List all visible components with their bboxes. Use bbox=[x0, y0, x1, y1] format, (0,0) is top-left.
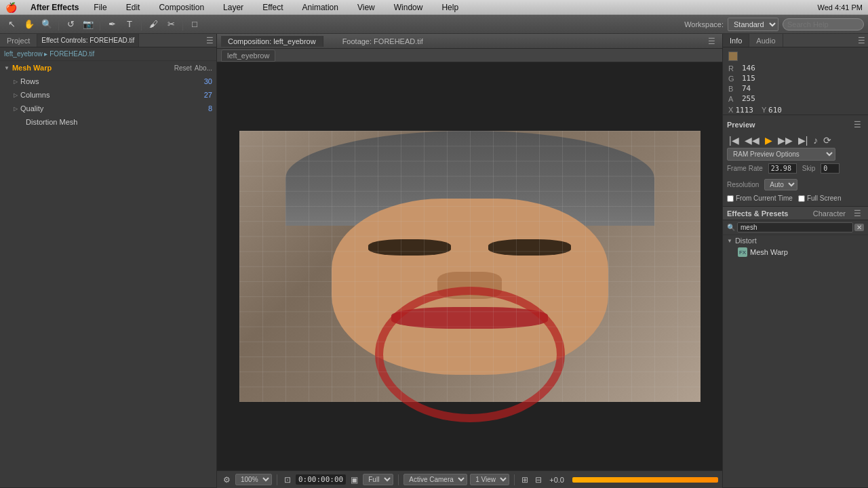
effects-search-input[interactable] bbox=[737, 222, 853, 232]
toolbar: ↖ ✋ 🔍 ↺ 📷 ✒ T 🖌 ✂ □ Workspace: Standard bbox=[0, 15, 868, 34]
menu-effect[interactable]: Effect bbox=[258, 1, 287, 14]
text-tool[interactable]: T bbox=[122, 18, 137, 31]
a-value: 255 bbox=[742, 94, 755, 103]
effect-distortion-mesh[interactable]: Distortion Mesh bbox=[0, 115, 216, 129]
controls-separator-3 bbox=[514, 474, 515, 485]
effects-category-distort[interactable]: ▼ Distort bbox=[723, 235, 868, 246]
rotate-tool[interactable]: ↺ bbox=[63, 18, 78, 31]
columns-value[interactable]: 27 bbox=[204, 91, 212, 99]
frame-rate-label: Frame Rate bbox=[727, 165, 763, 172]
character-tab[interactable]: Character bbox=[813, 209, 846, 218]
resolution-label: Resolution bbox=[727, 181, 759, 188]
full-screen-checkbox[interactable] bbox=[798, 195, 805, 202]
camera-tool[interactable]: 📷 bbox=[81, 18, 96, 31]
view-select[interactable]: 1 View bbox=[470, 474, 509, 485]
clear-search-button[interactable]: ✕ bbox=[854, 224, 864, 231]
menu-file[interactable]: File bbox=[90, 1, 111, 14]
columns-label: Columns bbox=[20, 91, 204, 99]
quality-label: Quality bbox=[20, 104, 208, 113]
play-button[interactable]: ▶ bbox=[763, 134, 774, 146]
menu-window[interactable]: Window bbox=[390, 1, 427, 14]
comp-name-tab[interactable]: left_eyebrow bbox=[221, 49, 275, 62]
apple-logo[interactable]: 🍎 bbox=[5, 2, 17, 13]
toolbar-separator-2 bbox=[100, 18, 100, 30]
step-back-button[interactable]: ◀◀ bbox=[743, 134, 762, 146]
ram-preview-options-select[interactable]: RAM Preview Options bbox=[727, 148, 835, 161]
quality-select[interactable]: Full bbox=[363, 474, 393, 485]
tab-audio[interactable]: Audio bbox=[749, 34, 783, 47]
effects-search-row: 🔍 ✕ bbox=[723, 220, 868, 235]
mesh-warp-icon: FX bbox=[738, 247, 747, 257]
workspace-select[interactable]: Standard bbox=[728, 18, 778, 31]
preview-options: Frame Rate Skip Resolution Auto bbox=[723, 162, 868, 192]
audio-toggle[interactable]: ♪ bbox=[811, 134, 820, 146]
effect-path: left_eyebrow ▸ FOREHEAD.tif bbox=[0, 47, 216, 61]
resolution-select[interactable]: Auto bbox=[764, 179, 797, 190]
effect-mesh-warp[interactable]: ▼ Mesh Warp Reset Abo... bbox=[0, 61, 216, 75]
distort-label: Distort bbox=[735, 237, 757, 245]
g-label: G bbox=[728, 75, 736, 83]
effect-name: Mesh Warp bbox=[12, 64, 174, 72]
search-help-input[interactable] bbox=[783, 18, 864, 30]
toolbar-separator-3 bbox=[141, 18, 142, 30]
g-value: 115 bbox=[742, 74, 755, 83]
menu-edit[interactable]: Edit bbox=[122, 1, 144, 14]
loop-toggle[interactable]: ⟳ bbox=[821, 134, 833, 146]
effects-menu-button[interactable]: ☰ bbox=[851, 208, 864, 219]
tab-composition[interactable]: Composition: left_eyebrow bbox=[221, 36, 323, 47]
effect-about-button[interactable]: Abo... bbox=[195, 64, 212, 72]
hand-tool[interactable]: ✋ bbox=[22, 18, 37, 31]
x-label: X bbox=[728, 106, 735, 114]
safe-margins[interactable]: ⊟ bbox=[533, 474, 544, 485]
menu-layer[interactable]: Layer bbox=[219, 1, 248, 14]
brush-tool[interactable]: 🖌 bbox=[146, 18, 161, 31]
camera-select[interactable]: Active Camera bbox=[403, 474, 467, 485]
region-of-interest-button[interactable]: ⊡ bbox=[282, 474, 293, 485]
clone-tool[interactable]: ✂ bbox=[163, 18, 178, 31]
tab-project[interactable]: Project bbox=[0, 34, 37, 47]
go-to-end-button[interactable]: ▶| bbox=[796, 134, 810, 146]
effect-columns[interactable]: ▷ Columns 27 bbox=[0, 88, 216, 102]
zoom-tool[interactable]: 🔍 bbox=[39, 18, 54, 31]
step-forward-button[interactable]: ▶▶ bbox=[776, 134, 795, 146]
info-panel-menu[interactable]: ☰ bbox=[855, 34, 868, 47]
frame-rate-input[interactable] bbox=[768, 163, 797, 174]
full-screen-label: Full Screen bbox=[807, 195, 842, 202]
effect-quality[interactable]: ▷ Quality 8 bbox=[0, 102, 216, 115]
effect-reset-button[interactable]: Reset bbox=[174, 64, 192, 72]
panel-menu-button[interactable]: ☰ bbox=[203, 34, 216, 47]
collapse-triangle: ▼ bbox=[4, 65, 9, 71]
grid-toggle[interactable]: ⊞ bbox=[519, 474, 530, 485]
go-to-start-button[interactable]: |◀ bbox=[727, 134, 741, 146]
menu-composition[interactable]: Composition bbox=[155, 1, 208, 14]
effects-presets-panel: Effects & Presets Character ☰ 🔍 ✕ ▼ Dist… bbox=[723, 207, 868, 488]
rows-value[interactable]: 30 bbox=[204, 77, 212, 85]
composition-viewer[interactable] bbox=[217, 62, 722, 470]
viewer-menu-button[interactable]: ☰ bbox=[705, 36, 718, 47]
controls-separator bbox=[277, 474, 277, 485]
menu-view[interactable]: View bbox=[353, 1, 379, 14]
effect-rows[interactable]: ▷ Rows 30 bbox=[0, 75, 216, 88]
from-current-time-checkbox[interactable] bbox=[727, 195, 734, 202]
app-name: After Effects bbox=[31, 3, 79, 12]
zoom-select[interactable]: 100% bbox=[235, 474, 272, 485]
viewer-controls: ⚙ 100% ⊡ 0:00:00:00 ▣ Full Active Camera… bbox=[217, 470, 722, 488]
select-tool[interactable]: ↖ bbox=[4, 18, 19, 31]
preview-menu-button[interactable]: ☰ bbox=[851, 119, 864, 130]
menu-animation[interactable]: Animation bbox=[298, 1, 342, 14]
tab-info[interactable]: Info bbox=[723, 34, 749, 47]
tab-effect-controls[interactable]: Effect Controls: FOREHEAD.tif bbox=[37, 34, 139, 47]
effects-item-mesh-warp[interactable]: FX Mesh Warp bbox=[723, 246, 868, 258]
shape-tool[interactable]: □ bbox=[187, 18, 202, 31]
info-panel: Info Audio ☰ R 146 G 115 B 74 bbox=[723, 34, 868, 115]
quality-value[interactable]: 8 bbox=[208, 104, 212, 113]
effect-controls-panel: Project Effect Controls: FOREHEAD.tif ☰ … bbox=[0, 34, 216, 488]
r-label: R bbox=[728, 64, 736, 73]
menu-help[interactable]: Help bbox=[437, 1, 462, 14]
viewer-settings-button[interactable]: ⚙ bbox=[221, 474, 233, 485]
skip-input[interactable] bbox=[821, 163, 840, 174]
effects-presets-title: Effects & Presets bbox=[727, 209, 813, 218]
toggle-transparency[interactable]: ▣ bbox=[349, 474, 360, 485]
effects-search-icon: 🔍 bbox=[727, 224, 735, 231]
pen-tool[interactable]: ✒ bbox=[104, 18, 119, 31]
